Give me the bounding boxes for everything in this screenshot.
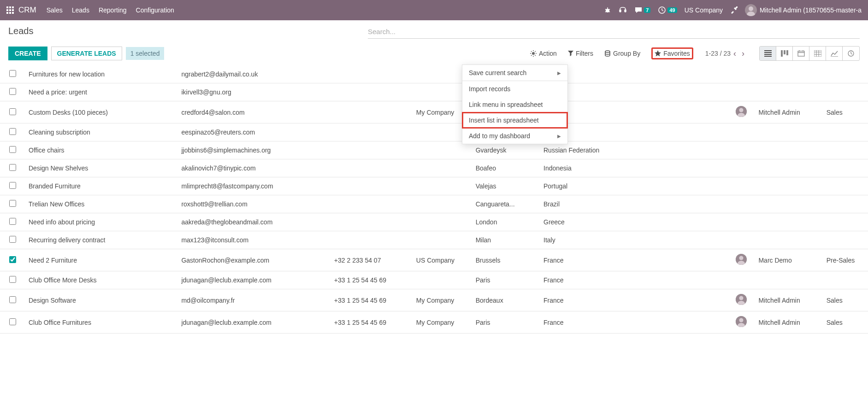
activities-badge: 49 — [667, 7, 677, 13]
brand[interactable]: CRM — [18, 6, 36, 15]
company-switcher[interactable]: US Company — [685, 6, 723, 14]
row-checkbox[interactable] — [9, 146, 16, 153]
lead-city: Paris — [472, 271, 540, 289]
lead-company: My Company — [413, 311, 472, 334]
lead-name: Branded Furniture — [25, 177, 177, 195]
lead-city: Paris — [472, 311, 540, 334]
row-checkbox[interactable] — [9, 182, 16, 189]
row-checkbox[interactable] — [9, 296, 16, 303]
nav-configuration[interactable]: Configuration — [136, 6, 174, 14]
generate-leads-button[interactable]: GENERATE LEADS — [51, 47, 122, 60]
row-checkbox[interactable] — [9, 318, 16, 325]
table-row[interactable]: Club Office More Desksjdunagan@leclub.ex… — [0, 271, 868, 289]
lead-phone — [331, 177, 413, 195]
lead-country: Neth — [540, 123, 732, 141]
table-row[interactable]: Office chairsjjobbins6@simplemachines.or… — [0, 141, 868, 159]
favorites-import-records[interactable]: Import records — [462, 81, 567, 97]
svg-point-21 — [749, 6, 753, 11]
table-row[interactable]: Design Softwaremd@oilcompany.fr+33 1 25 … — [0, 289, 868, 311]
table-row[interactable]: Trelian New Officesroxshott9@trellian.co… — [0, 195, 868, 213]
nav-leads[interactable]: Leads — [72, 6, 89, 14]
lead-avatar — [732, 249, 755, 271]
table-row[interactable]: Design New Shelvesakalinovich7@tinypic.c… — [0, 159, 868, 177]
lead-team — [823, 231, 868, 249]
view-kanban-icon[interactable] — [776, 47, 793, 60]
lead-salesperson — [755, 141, 822, 159]
messages-icon[interactable]: 7 — [634, 6, 650, 14]
user-name: Mitchell Admin (18570655-master-a — [760, 6, 862, 14]
lead-salesperson — [755, 65, 822, 83]
lead-phone — [331, 123, 413, 141]
lead-avatar — [732, 141, 755, 159]
view-pivot-icon[interactable] — [809, 47, 826, 60]
lead-name: Design Software — [25, 289, 177, 311]
lead-country: France — [540, 271, 732, 289]
lead-country: Indonesia — [540, 159, 732, 177]
pager-prev[interactable]: ‹ — [733, 49, 736, 59]
action-button[interactable]: Action — [530, 50, 557, 57]
table-row[interactable]: Branded Furnituremlimprecht8@fastcompany… — [0, 177, 868, 195]
lead-email: credford4@salon.com — [177, 101, 330, 123]
favorites-save-search[interactable]: Save current search ▶ — [462, 65, 567, 81]
lead-phone: +33 1 25 54 45 69 — [331, 289, 413, 311]
favorites-link-menu[interactable]: Link menu in spreadsheet — [462, 97, 567, 112]
row-checkbox[interactable] — [9, 276, 16, 283]
row-checkbox[interactable] — [9, 128, 16, 135]
view-switcher — [759, 46, 860, 61]
selected-count[interactable]: 1 selected — [126, 47, 165, 60]
table-row[interactable]: Recurring delivery contractmax123@itcons… — [0, 231, 868, 249]
favorites-add-dashboard[interactable]: Add to my dashboard ▶ — [462, 128, 567, 144]
lead-salesperson — [755, 159, 822, 177]
row-checkbox[interactable] — [9, 70, 16, 77]
create-button[interactable]: CREATE — [8, 47, 47, 60]
row-checkbox[interactable] — [9, 236, 16, 243]
filters-button[interactable]: Filters — [568, 50, 593, 57]
lead-team — [823, 123, 868, 141]
apps-icon[interactable] — [6, 6, 14, 14]
user-menu[interactable]: Mitchell Admin (18570655-master-a — [745, 4, 862, 16]
view-activity-icon[interactable] — [843, 47, 859, 60]
svg-rect-5 — [12, 9, 14, 11]
lead-country: Portugal — [540, 177, 732, 195]
search-input[interactable] — [368, 26, 860, 38]
lead-name: Need a price: urgent — [25, 83, 177, 101]
table-row[interactable]: Need 2 FurnitureGastonRochon@example.com… — [0, 249, 868, 271]
table-row[interactable]: Custom Desks (100 pieces)credford4@salon… — [0, 101, 868, 123]
nav-reporting[interactable]: Reporting — [99, 6, 127, 14]
table-row[interactable]: Need a price: urgentikirvell3@gnu.orgDah… — [0, 83, 868, 101]
view-graph-icon[interactable] — [826, 47, 843, 60]
row-checkbox[interactable] — [9, 164, 16, 171]
table-row[interactable]: Need info about pricingaakreda@theglobea… — [0, 213, 868, 231]
nav-sales[interactable]: Sales — [47, 6, 63, 14]
lead-phone: +33 1 25 54 45 69 — [331, 271, 413, 289]
table-row[interactable]: Club Office Furnituresjdunagan@leclub.ex… — [0, 311, 868, 334]
activities-icon[interactable]: 49 — [658, 6, 677, 14]
view-list-icon[interactable] — [760, 47, 776, 60]
lead-phone — [331, 159, 413, 177]
row-checkbox[interactable] — [9, 256, 16, 263]
table-row[interactable]: Furnitures for new locationngrabert2@dai… — [0, 65, 868, 83]
table-row[interactable]: Cleaning subscriptioneespinazo5@reuters.… — [0, 123, 868, 141]
row-checkbox[interactable] — [9, 218, 16, 225]
lead-avatar — [732, 65, 755, 83]
view-calendar-icon[interactable] — [793, 47, 809, 60]
row-checkbox[interactable] — [9, 200, 16, 207]
tools-icon[interactable] — [730, 6, 738, 14]
debug-icon[interactable] — [604, 6, 611, 14]
lead-salesperson — [755, 123, 822, 141]
svg-point-52 — [739, 296, 744, 300]
pager-next[interactable]: › — [742, 49, 744, 59]
support-icon[interactable] — [619, 6, 627, 14]
svg-rect-2 — [12, 6, 14, 8]
favorites-button[interactable]: Favorites — [651, 47, 693, 59]
lead-email: md@oilcompany.fr — [177, 289, 330, 311]
svg-rect-16 — [625, 10, 626, 12]
lead-phone — [331, 83, 413, 101]
row-checkbox[interactable] — [9, 108, 16, 115]
avatar-icon — [736, 106, 747, 117]
row-checkbox[interactable] — [9, 88, 16, 95]
favorites-insert-list[interactable]: Insert list in spreadsheet — [462, 112, 567, 128]
lead-country: France — [540, 289, 732, 311]
lead-company — [413, 213, 472, 231]
groupby-button[interactable]: Group By — [604, 50, 640, 57]
